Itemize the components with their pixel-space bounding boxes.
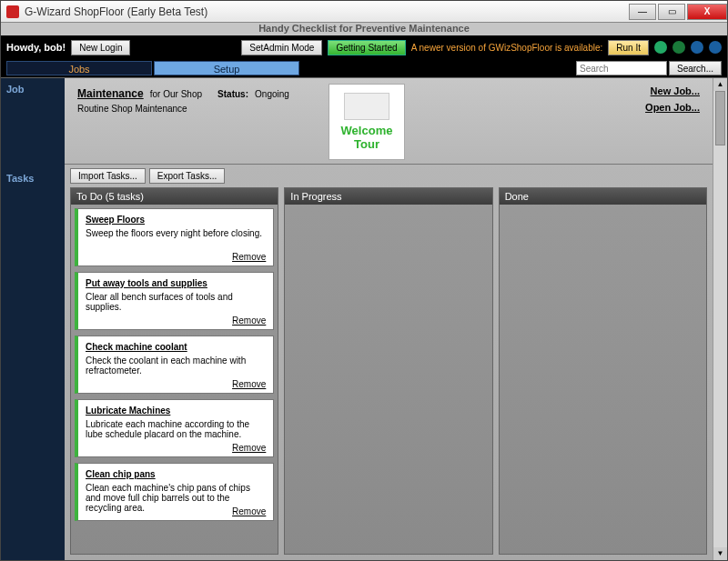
column-todo-body: Sweep FloorsSweep the floors every night… bbox=[71, 205, 278, 554]
column-inprogress-body bbox=[285, 205, 491, 554]
new-login-button[interactable]: New Login bbox=[71, 40, 130, 55]
column-todo: To Do (5 tasks) Sweep FloorsSweep the fl… bbox=[70, 187, 278, 555]
new-job-link[interactable]: New Job... bbox=[645, 85, 700, 96]
scroll-up-arrow[interactable]: ▲ bbox=[713, 78, 727, 91]
background-heading: Handy Checklist for Preventive Maintenan… bbox=[1, 23, 727, 35]
column-done: Done bbox=[499, 187, 707, 555]
job-status-value: Ongoing bbox=[255, 89, 289, 99]
task-title[interactable]: Check machine coolant bbox=[86, 342, 266, 352]
task-desc: Check the coolant in each machine with r… bbox=[86, 356, 266, 376]
close-button[interactable]: X bbox=[687, 4, 727, 20]
getting-started-button[interactable]: Getting Started bbox=[328, 40, 405, 55]
sidebar-tasks-label: Tasks bbox=[1, 167, 65, 189]
scroll-down-arrow[interactable]: ▼ bbox=[713, 547, 727, 560]
job-panel: Maintenance for Our Shop Status: Ongoing… bbox=[65, 78, 713, 165]
column-inprogress-header: In Progress bbox=[285, 188, 491, 205]
task-remove-link[interactable]: Remove bbox=[232, 379, 266, 389]
run-it-button[interactable]: Run It bbox=[608, 40, 649, 55]
job-status-label: Status: bbox=[217, 89, 248, 99]
settings-icon[interactable] bbox=[709, 41, 722, 54]
job-name[interactable]: Maintenance bbox=[77, 87, 144, 100]
status-icon-green[interactable] bbox=[654, 41, 667, 54]
content-area: Job Tasks Maintenance for Our Shop Statu… bbox=[1, 77, 727, 560]
task-buttons-row: Import Tasks... Export Tasks... bbox=[65, 165, 713, 187]
open-job-link[interactable]: Open Job... bbox=[645, 102, 700, 113]
sidebar-job-label: Job bbox=[1, 78, 65, 100]
tab-setup[interactable]: Setup bbox=[154, 61, 299, 75]
task-card[interactable]: Check machine coolantCheck the coolant i… bbox=[75, 336, 274, 394]
column-done-header: Done bbox=[500, 188, 706, 205]
app-icon bbox=[6, 5, 19, 18]
titlebar[interactable]: G-Wizard ShopFloor (Early Beta Test) — ▭… bbox=[1, 1, 727, 23]
task-remove-link[interactable]: Remove bbox=[232, 443, 266, 453]
greeting-text: Howdy, bob! bbox=[6, 42, 66, 53]
task-title[interactable]: Clean chip pans bbox=[86, 469, 266, 479]
column-done-body bbox=[500, 205, 706, 554]
scroll-thumb[interactable] bbox=[715, 91, 725, 145]
task-title[interactable]: Put away tools and supplies bbox=[86, 278, 266, 288]
export-tasks-button[interactable]: Export Tasks... bbox=[149, 168, 225, 184]
topbar: Howdy, bob! New Login SetAdmin Mode Gett… bbox=[1, 35, 727, 59]
task-desc: Clear all bench surfaces of tools and su… bbox=[86, 292, 266, 312]
tab-jobs[interactable]: Jobs bbox=[6, 61, 152, 75]
sidebar: Job Tasks bbox=[1, 78, 65, 560]
welcome-tour-tile[interactable]: Welcome Tour bbox=[329, 84, 405, 160]
task-title[interactable]: Sweep Floors bbox=[86, 215, 266, 225]
task-remove-link[interactable]: Remove bbox=[232, 252, 266, 262]
search-button[interactable]: Search... bbox=[669, 61, 722, 75]
welcome-line1: Welcome bbox=[341, 124, 393, 137]
set-admin-button[interactable]: SetAdmin Mode bbox=[241, 40, 322, 55]
search-input[interactable] bbox=[576, 61, 667, 75]
task-desc: Sweep the floors every night before clos… bbox=[86, 228, 266, 238]
task-title[interactable]: Lubricate Machines bbox=[86, 406, 266, 416]
window-title: G-Wizard ShopFloor (Early Beta Test) bbox=[25, 5, 627, 18]
help-icon[interactable] bbox=[691, 41, 703, 54]
welcome-line2: Tour bbox=[354, 137, 379, 151]
task-remove-link[interactable]: Remove bbox=[232, 316, 266, 326]
job-for: for Our Shop bbox=[150, 89, 202, 99]
task-card[interactable]: Sweep FloorsSweep the floors every night… bbox=[75, 208, 274, 266]
version-message: A newer version of GWizShopFloor is avai… bbox=[411, 43, 603, 53]
task-card[interactable]: Put away tools and suppliesClear all ben… bbox=[75, 272, 274, 330]
app-window: G-Wizard ShopFloor (Early Beta Test) — ▭… bbox=[0, 0, 728, 561]
task-card[interactable]: Lubricate MachinesLubricate each machine… bbox=[75, 399, 274, 457]
desk-icon bbox=[344, 93, 389, 120]
minimize-button[interactable]: — bbox=[629, 4, 656, 20]
task-remove-link[interactable]: Remove bbox=[232, 506, 266, 516]
maximize-button[interactable]: ▭ bbox=[658, 4, 685, 20]
vertical-scrollbar[interactable]: ▲ ▼ bbox=[713, 78, 727, 560]
column-inprogress: In Progress bbox=[284, 187, 492, 555]
main-column: Maintenance for Our Shop Status: Ongoing… bbox=[65, 78, 713, 560]
nav-row: Jobs Setup Search... bbox=[1, 59, 727, 77]
import-tasks-button[interactable]: Import Tasks... bbox=[70, 168, 146, 184]
refresh-icon[interactable] bbox=[672, 41, 685, 54]
column-todo-header: To Do (5 tasks) bbox=[71, 188, 278, 205]
task-desc: Lubricate each machine according to the … bbox=[86, 419, 266, 439]
kanban-board: To Do (5 tasks) Sweep FloorsSweep the fl… bbox=[65, 187, 713, 560]
task-card[interactable]: Clean chip pansClean each machine's chip… bbox=[75, 463, 274, 521]
